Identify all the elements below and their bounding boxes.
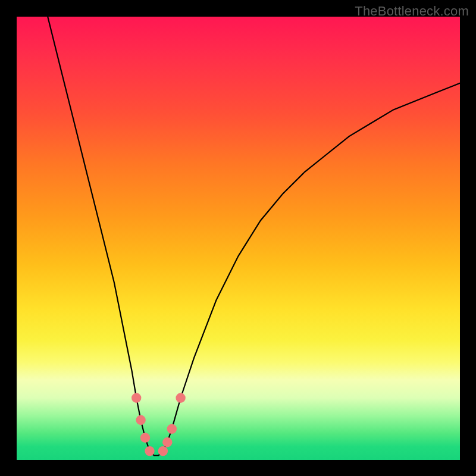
chart-outer-frame: TheBottleneck.com bbox=[0, 0, 476, 476]
curve-marker bbox=[145, 446, 154, 456]
curve-marker bbox=[167, 424, 177, 434]
curve-marker bbox=[176, 393, 185, 403]
bottleneck-curve-path bbox=[48, 17, 460, 456]
curve-marker bbox=[162, 437, 172, 447]
watermark-text: TheBottleneck.com bbox=[355, 4, 469, 19]
curve-marker bbox=[158, 446, 168, 456]
curve-marker bbox=[140, 433, 150, 443]
curve-marker bbox=[136, 415, 145, 425]
curve-marker bbox=[131, 393, 141, 403]
plot-area bbox=[17, 17, 460, 460]
curve-svg bbox=[17, 17, 460, 460]
marker-group bbox=[131, 393, 186, 456]
